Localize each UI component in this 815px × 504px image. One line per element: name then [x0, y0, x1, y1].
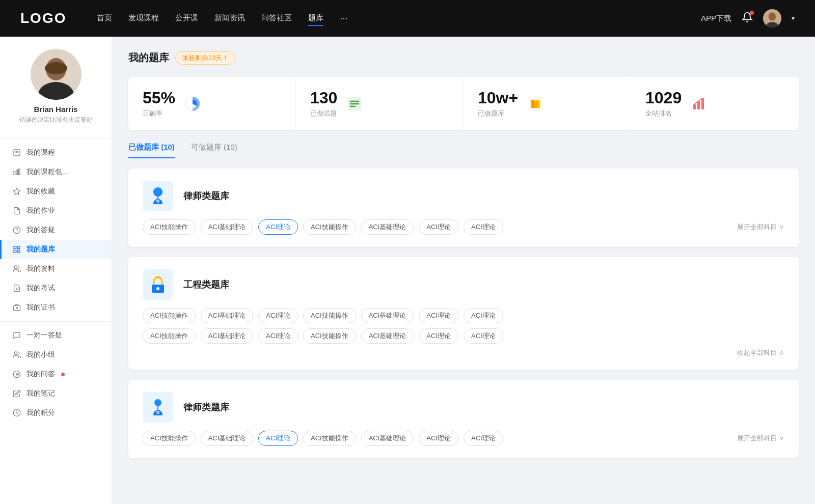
stat-ranking: 1029 全站排名 — [631, 77, 799, 130]
svg-marker-13 — [13, 188, 20, 194]
grid-icon — [12, 245, 21, 254]
sidebar-label-my-points: 我的积分 — [26, 408, 55, 417]
sidebar-item-my-answers[interactable]: 我的问答 — [0, 365, 112, 384]
nav-questionbank[interactable]: 题库 — [308, 11, 323, 26]
tab-done-banks[interactable]: 已做题库 (10) — [128, 143, 175, 158]
tag[interactable]: ACI基础理论 — [361, 219, 414, 235]
bank-tags-lawyer-2: ACI技能操作 ACI基础理论 ACI理论 ACI技能操作 ACI基础理论 AC… — [143, 431, 737, 446]
tag-active[interactable]: ACI理论 — [258, 431, 298, 446]
sidebar-label-my-notes: 我的笔记 — [26, 389, 55, 398]
sidebar-item-my-profile[interactable]: 我的资料 — [0, 259, 112, 278]
sidebar-item-my-courses[interactable]: 我的课程 — [0, 143, 112, 162]
tag[interactable]: ACI技能操作 — [303, 219, 356, 235]
svg-rect-37 — [533, 101, 537, 108]
tag[interactable]: ACI技能操作 — [303, 308, 356, 323]
tag[interactable]: ACI理论 — [258, 308, 298, 323]
bell-button[interactable] — [742, 12, 753, 25]
tag[interactable]: ACI理论 — [464, 431, 503, 446]
tag[interactable]: ACI技能操作 — [143, 308, 196, 323]
sidebar-label-my-certs: 我的证书 — [26, 303, 55, 312]
svg-rect-16 — [14, 246, 16, 249]
sidebar-item-my-exams[interactable]: 我的考试 — [0, 278, 112, 298]
tag[interactable]: ACI理论 — [464, 219, 503, 235]
svg-rect-18 — [17, 250, 20, 253]
tag[interactable]: ACI基础理论 — [361, 328, 414, 344]
app-download-btn[interactable]: APP下载 — [701, 14, 731, 23]
expand-btn-lawyer-2[interactable]: 展开全部科目 ∨ — [737, 434, 784, 443]
tag[interactable]: ACI基础理论 — [201, 431, 254, 446]
sidebar-label-my-answers: 我的问答 — [26, 370, 55, 379]
sidebar-item-my-homework[interactable]: 我的作业 — [0, 201, 112, 220]
sidebar-item-one-on-one[interactable]: 一对一答疑 — [0, 326, 112, 345]
tag[interactable]: ACI技能操作 — [303, 431, 356, 446]
homework-icon — [12, 206, 21, 215]
tag[interactable]: ACI理论 — [419, 308, 458, 323]
nav-more[interactable]: ··· — [340, 11, 347, 26]
nav-news[interactable]: 新闻资讯 — [214, 11, 245, 26]
sidebar-label-my-courses: 我的课程 — [26, 148, 55, 157]
tag[interactable]: ACI基础理论 — [361, 308, 414, 323]
tag-active[interactable]: ACI理论 — [258, 219, 298, 235]
sidebar-label-my-exams: 我的考试 — [26, 284, 55, 293]
stat-ranking-label: 全站排名 — [645, 109, 682, 118]
qa-icon — [12, 370, 21, 379]
stat-done-questions: 130 已做试题 — [296, 77, 464, 130]
tag[interactable]: ACI理论 — [419, 219, 458, 235]
nav-discover[interactable]: 发现课程 — [128, 11, 159, 26]
svg-point-24 — [16, 307, 18, 309]
sidebar-label-my-group: 我的小组 — [26, 350, 55, 359]
sidebar-item-my-packages[interactable]: 我的课程包... — [0, 162, 112, 182]
logo: LOGO — [20, 10, 66, 26]
tag[interactable]: ACI基础理论 — [361, 431, 414, 446]
chart-icon — [690, 95, 708, 113]
svg-point-47 — [156, 287, 159, 290]
svg-rect-17 — [17, 246, 20, 249]
bank-title-lawyer-2: 律师类题库 — [183, 401, 229, 413]
sidebar-divider-1 — [0, 138, 112, 139]
svg-rect-19 — [14, 250, 16, 253]
star-icon — [12, 187, 21, 196]
tag[interactable]: ACI理论 — [258, 328, 298, 344]
tag[interactable]: ACI技能操作 — [143, 219, 196, 235]
sidebar-divider-2 — [0, 321, 112, 322]
tag[interactable]: ACI理论 — [419, 431, 458, 446]
tag[interactable]: ACI基础理论 — [201, 219, 254, 235]
tag[interactable]: ACI基础理论 — [201, 308, 254, 323]
tag[interactable]: ACI技能操作 — [303, 328, 356, 344]
lawyer-bank-icon — [143, 181, 173, 211]
stat-done-value: 130 — [310, 89, 337, 107]
user-avatar[interactable] — [763, 9, 781, 27]
sidebar-item-my-points[interactable]: 我的积分 — [0, 403, 112, 423]
expand-btn-lawyer-1[interactable]: 展开全部科目 ∨ — [737, 222, 784, 232]
tag[interactable]: ACI理论 — [419, 328, 458, 344]
tab-available-banks[interactable]: 可做题库 (10) — [191, 143, 237, 158]
collapse-btn-engineer[interactable]: 收起全部科目 ∧ — [737, 349, 784, 356]
nav-home[interactable]: 首页 — [97, 11, 112, 26]
cert-icon — [12, 303, 21, 312]
sidebar-item-my-notes[interactable]: 我的笔记 — [0, 384, 112, 403]
stat-done-banks: 10w+ 已做题库 — [464, 77, 631, 130]
bank-tabs: 已做题库 (10) 可做题库 (10) — [128, 143, 799, 158]
navbar: LOGO 首页 发现课程 公开课 新闻资讯 问答社区 题库 ··· APP下载 … — [0, 0, 815, 37]
sidebar-item-my-favorites[interactable]: 我的收藏 — [0, 182, 112, 201]
sidebar-item-my-questionbank[interactable]: 我的题库 — [0, 240, 112, 259]
books-icon — [526, 95, 545, 113]
tag[interactable]: ACI理论 — [464, 308, 503, 323]
nav-open-course[interactable]: 公开课 — [175, 11, 198, 26]
notes-icon — [12, 389, 21, 398]
stat-accuracy: 55% 正确率 — [128, 77, 296, 130]
sidebar-item-my-group[interactable]: 我的小组 — [0, 345, 112, 365]
svg-rect-12 — [18, 169, 20, 175]
sidebar-item-my-certs[interactable]: 我的证书 — [0, 298, 112, 317]
tag[interactable]: ACI技能操作 — [143, 328, 196, 344]
question-circle-icon — [12, 226, 21, 235]
sidebar-label-one-on-one: 一对一答疑 — [26, 331, 62, 340]
tag[interactable]: ACI基础理论 — [201, 328, 254, 344]
sidebar-item-my-questions[interactable]: 我的答疑 — [0, 220, 112, 240]
nav-qa[interactable]: 问答社区 — [261, 11, 292, 26]
sidebar: Brian Harris 错误的决定比没有决定要好 我的课程 我的课程包... … — [0, 37, 112, 504]
tag[interactable]: ACI理论 — [464, 328, 503, 344]
user-menu-chevron[interactable]: ▾ — [792, 15, 795, 22]
svg-point-25 — [14, 352, 17, 354]
tag[interactable]: ACI技能操作 — [143, 431, 196, 446]
